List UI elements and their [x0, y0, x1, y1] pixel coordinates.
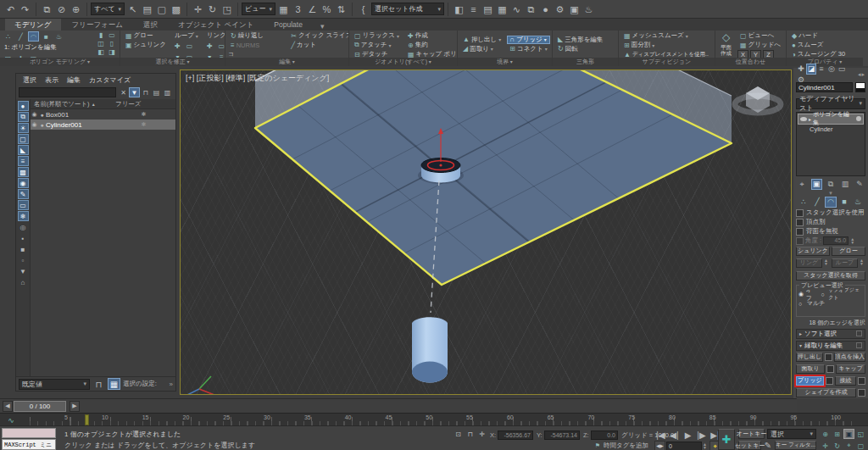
cap-poly-button[interactable]: ▦キャップ ポリゴン — [405, 50, 457, 58]
create-shape-button[interactable]: シェイプを作成 — [796, 388, 856, 397]
add-time-tag[interactable]: ⚑ 時間タグを追加 — [593, 442, 648, 450]
extrude-button[interactable]: ▲押し出し▾ — [460, 36, 504, 44]
modifier-list-dropdown[interactable]: モディファイヤリスト ▾ — [796, 98, 865, 109]
border-subobject-icon[interactable]: ◠ — [825, 197, 837, 208]
filter-combo-icon[interactable]: ▼ — [18, 266, 29, 276]
connect-settings-checkbox[interactable] — [858, 377, 865, 385]
zoom-region-icon[interactable]: ◱ — [855, 429, 866, 439]
bind-to-space-warp-icon[interactable]: ⊕ — [69, 3, 83, 17]
render-setup-icon[interactable]: ⚙ — [553, 3, 567, 17]
align-x-button[interactable]: X — [737, 50, 748, 58]
pick-container-icon[interactable]: ▤ — [151, 87, 162, 97]
edit-triangulation-button[interactable]: ◣三角形を編集 — [555, 36, 605, 44]
spinner-snap-icon[interactable]: ⇅ — [334, 3, 348, 17]
set-key-filters-icon[interactable]: ✎ — [763, 441, 773, 450]
shrink-button-panel[interactable]: シュリンク — [796, 247, 830, 256]
relax-button[interactable]: ▢リラックス▾ — [352, 31, 402, 40]
edge-mode-icon[interactable]: ╱ — [15, 31, 26, 42]
pm-tool-6-icon[interactable]: ◨ — [107, 48, 117, 56]
use-displacement-button[interactable]: ▲ディスプレイスメントを使用.. — [621, 50, 711, 58]
border-mode-icon[interactable]: ◠ — [28, 31, 39, 42]
visibility-eye-icon[interactable] — [800, 117, 807, 121]
motion-tab-icon[interactable]: ◎ — [826, 64, 837, 75]
maximize-viewport-icon[interactable]: ▢ — [855, 441, 866, 450]
material-editor-icon[interactable]: ● — [538, 3, 553, 17]
ribbon-group-title[interactable]: 位置合わせ — [715, 58, 786, 66]
grow-button-panel[interactable]: グロー — [832, 247, 865, 256]
ribbon-group-title[interactable]: 三角形 — [553, 58, 618, 66]
hard-button[interactable]: ◆ハード — [789, 31, 848, 40]
align-to-view-button[interactable]: ▢ビューへ — [737, 31, 783, 40]
pan-icon[interactable]: ✛ — [820, 441, 831, 450]
display-helpers-icon[interactable]: ◣ — [18, 145, 29, 155]
display-tab-icon[interactable]: ▭ — [837, 64, 847, 75]
percent-snap-icon[interactable]: % — [320, 3, 334, 17]
zoom-all-icon[interactable]: ⊞ — [832, 429, 843, 439]
align-z-button[interactable]: Z — [763, 50, 774, 58]
rollout-pin-icon[interactable] — [856, 342, 862, 348]
by-vertex-checkbox[interactable] — [796, 219, 804, 226]
next-frame-arrow[interactable]: ▶ — [70, 401, 80, 412]
named-selection-sets-dropdown[interactable]: 選択セット作成 ▾ — [371, 3, 444, 15]
use-pivot-point-icon[interactable]: ▦ — [276, 3, 291, 17]
lock-explorer-icon[interactable]: ⊓ — [140, 87, 151, 97]
tab-selection[interactable]: 選択 — [134, 19, 167, 31]
display-cameras-icon[interactable]: ▢ — [18, 134, 29, 144]
make-planar-button[interactable]: 平面作成 — [718, 44, 734, 56]
ring-button[interactable]: リング▾ — [204, 31, 225, 40]
display-geometry-icon[interactable]: ● — [18, 101, 29, 111]
collapse-button[interactable]: ⊕集約 — [405, 41, 457, 49]
snaps-toggle-icon[interactable]: 3 — [291, 3, 305, 17]
pm-tool-1-icon[interactable]: ▮ — [96, 31, 106, 39]
redo-icon[interactable]: ↷ — [18, 3, 32, 17]
create-shape-settings-checkbox[interactable] — [858, 389, 865, 397]
panel-scroll-arrows-icon[interactable]: ◂▸ — [858, 71, 865, 78]
insert-vertex-button[interactable]: 頂点を挿入 — [834, 353, 865, 362]
modifier-bulb-icon[interactable] — [856, 116, 861, 121]
pm-tool-4-icon[interactable]: ▯ — [107, 40, 117, 47]
next-frame-icon[interactable]: |▶ — [695, 429, 708, 441]
hierarchy-tab-icon[interactable]: ≡ — [816, 64, 826, 75]
connect-button[interactable]: ⊞コネクト▾ — [507, 45, 549, 53]
radio-off[interactable]: ◉ — [798, 291, 804, 297]
menu-select[interactable]: 選択 — [23, 75, 36, 85]
y-coordinate-field[interactable]: -54673.14 — [544, 431, 580, 440]
column-name[interactable]: 名前(昇順でソート) ▲ — [31, 100, 114, 108]
ring-shrink-icon[interactable]: ▭ — [216, 41, 225, 51]
curve-editor-icon[interactable]: ∿ — [509, 3, 524, 17]
select-and-scale-icon[interactable]: ◳ — [220, 3, 234, 17]
select-and-move-icon[interactable]: ✛ — [191, 3, 205, 17]
display-containers-icon[interactable]: ▭ — [18, 200, 29, 210]
radio-multi[interactable]: ○ — [798, 301, 805, 307]
zoom-icon[interactable]: ⊕ — [820, 429, 831, 439]
play-icon[interactable]: ▶ — [682, 429, 694, 441]
list-item-cylinder001[interactable]: ◉ ● Cylinder001 ✱ — [31, 119, 175, 130]
x-coordinate-field[interactable]: -56356.67 — [498, 431, 533, 440]
freeze-toggle-icon[interactable]: ✱ — [112, 111, 175, 118]
edit-named-selection-sets-icon[interactable]: { — [356, 3, 370, 17]
viewcube[interactable] — [735, 86, 781, 113]
spinner-icon[interactable]: ▲▼ — [860, 258, 865, 269]
search-input[interactable] — [19, 87, 116, 97]
overflow-chevron-icon[interactable]: » — [170, 381, 173, 388]
previous-frame-icon[interactable]: ◀| — [668, 429, 681, 441]
show-end-result-icon[interactable]: ▣ — [811, 179, 822, 190]
key-mode-toggle-icon[interactable]: ◀▶ — [654, 441, 665, 450]
select-object-icon[interactable]: ↖ — [125, 3, 140, 17]
vertex-subobject-icon[interactable]: ∴ — [798, 197, 810, 208]
menu-edit[interactable]: 編集 — [67, 75, 81, 85]
render-icon[interactable]: ♨ — [581, 3, 596, 17]
by-angle-checkbox[interactable] — [796, 237, 804, 245]
auto-key-button[interactable]: オートキー — [738, 429, 765, 439]
extrude-settings-checkbox[interactable] — [825, 353, 832, 361]
stack-item-edit-poly[interactable]: ▸ ポリゴンを編集 — [798, 114, 864, 125]
bridge-button-panel[interactable]: ブリッジ — [796, 376, 824, 386]
use-stack-selection-checkbox[interactable] — [796, 209, 804, 217]
ribbon-toggle-icon[interactable]: ▦ — [495, 3, 509, 17]
key-filters-button[interactable]: キー フィルタ... — [775, 441, 816, 450]
maxscript-mini-listener[interactable]: MAXScript ミニ — [2, 439, 56, 450]
time-slider-track[interactable]: ◀ 0 / 100 ▶ — [0, 398, 797, 413]
make-unique-icon[interactable]: ⧉ — [826, 179, 837, 190]
display-groups-icon[interactable]: ▩ — [18, 167, 29, 177]
chamfer-settings-checkbox[interactable] — [826, 365, 834, 373]
